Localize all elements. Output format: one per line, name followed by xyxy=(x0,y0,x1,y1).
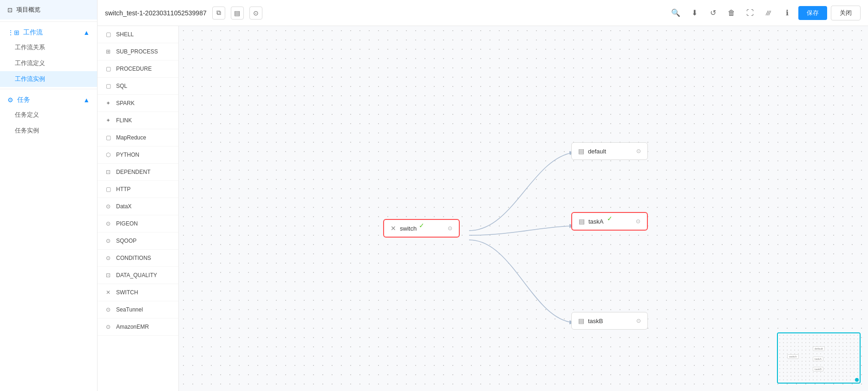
node-panel-item-seatunnel[interactable]: ⊙SeaTunnel xyxy=(98,301,178,318)
python-icon: ⬡ xyxy=(104,151,112,159)
mini-node-switch: switch xyxy=(787,354,799,359)
sidebar-section-workflow[interactable]: ⋮⊞ 工作流 ▲ xyxy=(0,24,97,40)
node-panel-item-flink[interactable]: ✦FLINK xyxy=(98,112,178,129)
switch-node-label: switch xyxy=(400,225,417,232)
info-button[interactable]: ⊙ xyxy=(249,7,262,20)
amazonemr-icon: ⊙ xyxy=(104,323,112,331)
conditions-icon: ⊙ xyxy=(104,254,112,262)
save-button[interactable]: 保存 xyxy=(798,6,827,20)
timeline-button[interactable]: ▤ xyxy=(231,7,244,20)
mini-node-taskA: taskA xyxy=(813,357,823,361)
node-panel-item-data_quality[interactable]: ⊡DATA_QUALITY xyxy=(98,267,178,284)
node-panel-item-conditions[interactable]: ⊙CONDITIONS xyxy=(98,250,178,267)
sidebar-item-workflow-instance[interactable]: 工作流实例 xyxy=(0,71,97,87)
info-toolbar-button[interactable]: ℹ xyxy=(780,6,795,20)
taskA-node-info[interactable]: ⊙ xyxy=(636,218,640,225)
workflow-title: switch_test-1-20230311052539987 xyxy=(105,9,207,17)
node-panel-item-procedure[interactable]: ▢PROCEDURE xyxy=(98,60,178,78)
node-panel-item-mapreduce[interactable]: ▢MapReduce xyxy=(98,129,178,146)
node-check-taskA: ✓ xyxy=(607,215,613,222)
sidebar-section-task[interactable]: ⚙ 任务 ▲ xyxy=(0,91,97,107)
task-collapse-icon: ▲ xyxy=(83,96,90,104)
node-panel-item-pigeon[interactable]: ⊙PIGEON xyxy=(98,215,178,232)
node-check-switch: ✓ xyxy=(419,222,424,229)
fullscreen-toolbar-button[interactable]: ⛶ xyxy=(743,6,757,20)
node-panel-item-shell[interactable]: ▢SHELL xyxy=(98,26,178,43)
sidebar-item-workflow-relation[interactable]: 工作流关系 xyxy=(0,40,97,55)
taskB-node-info[interactable]: ⊙ xyxy=(636,318,641,324)
download-toolbar-button[interactable]: ⬇ xyxy=(687,6,702,20)
node-panel-item-amazonemr[interactable]: ⊙AmazonEMR xyxy=(98,318,178,336)
default-node-icon: ▤ xyxy=(578,147,584,155)
sidebar-item-task-definition[interactable]: 任务定义 xyxy=(0,107,97,123)
sub_process-icon: ⊞ xyxy=(104,47,112,56)
content-area: ▢SHELL⊞SUB_PROCESS▢PROCEDURE▢SQL✦SPARK✦F… xyxy=(98,26,868,391)
default-node-label: default xyxy=(588,148,606,155)
header-left: switch_test-1-20230311052539987 ⧉ ▤ ⊙ xyxy=(105,7,262,20)
flow-node-default[interactable]: ▤ default ⊙ xyxy=(571,142,648,160)
node-panel-item-sqoop[interactable]: ⊙SQOOP xyxy=(98,232,178,250)
sidebar: ⊡ 项目概览 ⋮⊞ 工作流 ▲ 工作流关系 工作流定义 工作流实例 ⚙ 任务 ▲… xyxy=(0,0,98,391)
close-button[interactable]: 关闭 xyxy=(831,6,861,20)
http-icon: ▢ xyxy=(104,185,112,193)
flow-node-taskB[interactable]: ▤ taskB ⊙ xyxy=(571,312,648,330)
taskA-node-label: taskA xyxy=(588,218,604,225)
switch-node-info[interactable]: ⊙ xyxy=(448,225,452,232)
refresh-toolbar-button[interactable]: ↺ xyxy=(705,6,720,20)
task-icon: ⚙ xyxy=(7,96,13,104)
workflow-canvas[interactable]: ✓ ✕ switch ⊙ ▤ default ⊙ ✓ ▤ taskA ⊙ ▤ xyxy=(179,26,868,391)
sqoop-icon: ⊙ xyxy=(104,237,112,245)
seatunnel-icon: ⊙ xyxy=(104,305,112,314)
node-panel-item-spark[interactable]: ✦SPARK xyxy=(98,95,178,112)
workflow-icon: ⋮⊞ xyxy=(7,29,20,36)
pigeon-icon: ⊙ xyxy=(104,219,112,228)
switch-icon: ✕ xyxy=(104,288,112,297)
flow-node-switch[interactable]: ✓ ✕ switch ⊙ xyxy=(383,219,460,238)
main-area: switch_test-1-20230311052539987 ⧉ ▤ ⊙ 🔍 … xyxy=(98,0,868,391)
mini-map-inner: switch default taskA taskB xyxy=(778,333,860,383)
flink-icon: ✦ xyxy=(104,116,112,125)
header: switch_test-1-20230311052539987 ⧉ ▤ ⊙ 🔍 … xyxy=(98,0,868,26)
node-panel-item-switch[interactable]: ✕SWITCH xyxy=(98,284,178,301)
copy-button[interactable]: ⧉ xyxy=(212,7,225,20)
mini-map-dot xyxy=(855,378,859,382)
node-panel-item-dependent[interactable]: ⊡DEPENDENT xyxy=(98,164,178,181)
data_quality-icon: ⊡ xyxy=(104,271,112,279)
spark-icon: ✦ xyxy=(104,99,112,107)
node-panel: ▢SHELL⊞SUB_PROCESS▢PROCEDURE▢SQL✦SPARK✦F… xyxy=(98,26,179,391)
node-panel-item-datax[interactable]: ⊙DataX xyxy=(98,198,178,215)
node-panel-item-http[interactable]: ▢HTTP xyxy=(98,181,178,198)
procedure-icon: ▢ xyxy=(104,65,112,73)
overview-icon: ⊡ xyxy=(7,7,13,13)
taskA-node-icon: ▤ xyxy=(579,218,585,225)
mini-map: switch default taskA taskB xyxy=(777,332,861,384)
delete-toolbar-button[interactable]: 🗑 xyxy=(724,6,739,20)
dependent-icon: ⊡ xyxy=(104,168,112,176)
search-toolbar-button[interactable]: 🔍 xyxy=(668,6,683,20)
taskB-node-icon: ▤ xyxy=(578,317,584,325)
canvas-svg xyxy=(179,26,868,391)
taskB-node-label: taskB xyxy=(588,318,603,325)
mini-node-taskB: taskB xyxy=(813,367,823,371)
header-right: 🔍 ⬇ ↺ 🗑 ⛶ ⫻ ℹ 保存 关闭 xyxy=(668,6,861,20)
default-node-info[interactable]: ⊙ xyxy=(636,148,641,154)
sidebar-item-workflow-definition[interactable]: 工作流定义 xyxy=(0,55,97,71)
node-panel-item-python[interactable]: ⬡PYTHON xyxy=(98,146,178,164)
workflow-collapse-icon: ▲ xyxy=(83,29,90,36)
flow-node-taskA[interactable]: ✓ ▤ taskA ⊙ xyxy=(571,212,648,231)
node-panel-item-sub_process[interactable]: ⊞SUB_PROCESS xyxy=(98,43,178,60)
sidebar-item-overview[interactable]: ⊡ 项目概览 xyxy=(0,0,97,20)
datax-icon: ⊙ xyxy=(104,202,112,211)
mini-node-default: default xyxy=(813,346,825,351)
sidebar-item-task-instance[interactable]: 任务实例 xyxy=(0,123,97,139)
switch-node-icon: ✕ xyxy=(391,225,396,232)
sql-icon: ▢ xyxy=(104,82,112,90)
filter-toolbar-button[interactable]: ⫻ xyxy=(761,6,776,20)
mapreduce-icon: ▢ xyxy=(104,133,112,142)
shell-icon: ▢ xyxy=(104,30,112,39)
node-panel-item-sql[interactable]: ▢SQL xyxy=(98,78,178,95)
